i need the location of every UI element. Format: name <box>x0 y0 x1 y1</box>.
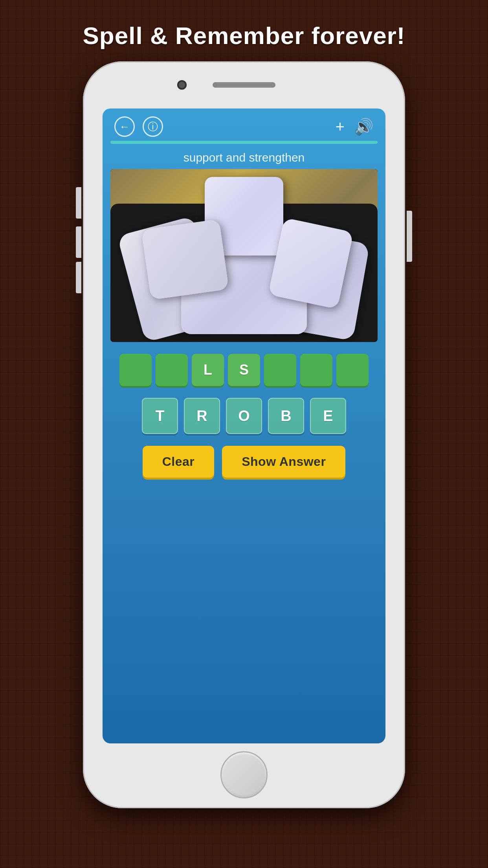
header-left: ← ⓘ <box>114 116 163 137</box>
clear-button[interactable]: Clear <box>143 446 215 478</box>
answer-box-3[interactable]: S <box>228 354 260 386</box>
phone-notch <box>83 61 405 108</box>
scramble-letter-4[interactable]: E <box>310 398 346 434</box>
answer-box-1[interactable] <box>156 354 188 386</box>
answer-section: LS <box>103 342 385 390</box>
sound-button[interactable]: 🔊 <box>354 119 374 134</box>
pillow-mid-left <box>141 219 229 300</box>
scramble-section: TROBE <box>103 390 385 440</box>
action-buttons: Clear Show Answer <box>103 440 385 487</box>
pillow-scene <box>110 169 378 342</box>
answer-box-0[interactable] <box>119 354 152 386</box>
home-button[interactable] <box>220 751 268 798</box>
answer-box-2[interactable]: L <box>192 354 224 386</box>
puzzle-image <box>110 169 378 342</box>
app-title: Spell & Remember forever! <box>83 22 405 50</box>
scramble-letter-2[interactable]: O <box>226 398 262 434</box>
answer-box-4[interactable] <box>264 354 296 386</box>
answer-box-5[interactable] <box>300 354 332 386</box>
scramble-letter-0[interactable]: T <box>142 398 178 434</box>
phone-screen: ← ⓘ + 🔊 support and strengthen <box>103 108 385 743</box>
back-button[interactable]: ← <box>114 116 135 137</box>
hint-text: support and strengthen <box>103 144 385 169</box>
info-button[interactable]: ⓘ <box>143 116 163 137</box>
info-icon: ⓘ <box>148 120 158 134</box>
screen-header: ← ⓘ + 🔊 <box>103 108 385 141</box>
pillow-group <box>122 187 366 334</box>
back-icon: ← <box>119 121 130 133</box>
scramble-letter-1[interactable]: R <box>184 398 220 434</box>
camera <box>177 80 187 90</box>
scramble-letter-3[interactable]: B <box>268 398 304 434</box>
progress-bar-bg <box>110 141 378 144</box>
add-button[interactable]: + <box>336 119 345 134</box>
progress-bar-container <box>103 141 385 144</box>
answer-box-6[interactable] <box>336 354 369 386</box>
progress-bar-fill <box>110 141 378 144</box>
show-answer-button[interactable]: Show Answer <box>222 446 345 478</box>
header-right: + 🔊 <box>336 119 374 134</box>
speaker <box>213 82 275 88</box>
phone-frame: ← ⓘ + 🔊 support and strengthen <box>83 61 405 808</box>
